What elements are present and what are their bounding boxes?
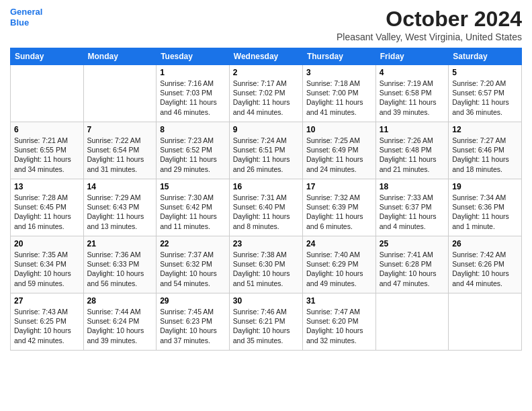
day-info: Sunrise: 7:36 AMSunset: 6:33 PMDaylight:… (87, 250, 153, 288)
day-info: Sunrise: 7:29 AMSunset: 6:43 PMDaylight:… (87, 193, 153, 231)
day-number: 19 (452, 182, 518, 191)
logo: General Blue (10, 7, 42, 28)
calendar-cell: 11Sunrise: 7:26 AMSunset: 6:48 PMDayligh… (375, 122, 448, 179)
day-number: 7 (87, 125, 153, 134)
day-info: Sunrise: 7:20 AMSunset: 6:57 PMDaylight:… (452, 79, 518, 117)
col-header-friday: Friday (375, 48, 448, 65)
day-number: 4 (380, 68, 445, 77)
week-row-5: 27Sunrise: 7:43 AMSunset: 6:25 PMDayligh… (11, 293, 522, 351)
day-number: 2 (233, 68, 299, 77)
day-number: 31 (306, 296, 372, 306)
day-number: 28 (87, 296, 153, 306)
day-info: Sunrise: 7:18 AMSunset: 7:00 PMDaylight:… (306, 79, 372, 117)
location-subtitle: Pleasant Valley, West Virginia, United S… (337, 32, 522, 42)
day-info: Sunrise: 7:44 AMSunset: 6:24 PMDaylight:… (87, 307, 153, 345)
day-info: Sunrise: 7:21 AMSunset: 6:55 PMDaylight:… (14, 136, 80, 174)
calendar-cell: 24Sunrise: 7:40 AMSunset: 6:29 PMDayligh… (302, 236, 375, 293)
col-header-wednesday: Wednesday (229, 48, 302, 65)
calendar-cell: 16Sunrise: 7:31 AMSunset: 6:40 PMDayligh… (229, 179, 302, 236)
calendar-cell: 12Sunrise: 7:27 AMSunset: 6:46 PMDayligh… (449, 122, 522, 179)
day-info: Sunrise: 7:19 AMSunset: 6:58 PMDaylight:… (380, 79, 445, 117)
calendar-cell: 27Sunrise: 7:43 AMSunset: 6:25 PMDayligh… (11, 293, 84, 351)
calendar-cell: 28Sunrise: 7:44 AMSunset: 6:24 PMDayligh… (83, 293, 157, 351)
day-number: 17 (306, 182, 372, 191)
page-header: General Blue October 2024 Pleasant Valle… (10, 7, 522, 42)
day-number: 9 (233, 125, 299, 134)
day-info: Sunrise: 7:43 AMSunset: 6:25 PMDaylight:… (14, 307, 80, 345)
calendar-table: SundayMondayTuesdayWednesdayThursdayFrid… (10, 48, 522, 351)
calendar-cell: 23Sunrise: 7:38 AMSunset: 6:30 PMDayligh… (229, 236, 302, 293)
day-number: 11 (380, 125, 445, 134)
day-number: 5 (452, 68, 518, 77)
day-info: Sunrise: 7:40 AMSunset: 6:29 PMDaylight:… (306, 250, 372, 288)
day-info: Sunrise: 7:45 AMSunset: 6:23 PMDaylight:… (160, 307, 226, 345)
day-number: 8 (160, 125, 226, 134)
day-number: 15 (160, 182, 226, 191)
calendar-cell: 8Sunrise: 7:23 AMSunset: 6:52 PMDaylight… (157, 122, 230, 179)
day-number: 22 (160, 239, 226, 248)
day-number: 25 (380, 239, 445, 248)
calendar-cell: 18Sunrise: 7:33 AMSunset: 6:37 PMDayligh… (375, 179, 448, 236)
calendar-cell (449, 293, 522, 351)
col-header-saturday: Saturday (449, 48, 522, 65)
day-info: Sunrise: 7:35 AMSunset: 6:34 PMDaylight:… (14, 250, 80, 288)
day-info: Sunrise: 7:25 AMSunset: 6:49 PMDaylight:… (306, 136, 372, 174)
day-info: Sunrise: 7:42 AMSunset: 6:26 PMDaylight:… (452, 250, 518, 288)
day-number: 12 (452, 125, 518, 134)
day-number: 30 (233, 296, 299, 306)
calendar-cell: 6Sunrise: 7:21 AMSunset: 6:55 PMDaylight… (11, 122, 84, 179)
logo-general: General (10, 7, 42, 17)
day-info: Sunrise: 7:38 AMSunset: 6:30 PMDaylight:… (233, 250, 299, 288)
day-info: Sunrise: 7:46 AMSunset: 6:21 PMDaylight:… (233, 307, 299, 345)
day-info: Sunrise: 7:27 AMSunset: 6:46 PMDaylight:… (452, 136, 518, 174)
day-number: 10 (306, 125, 372, 134)
day-number: 24 (306, 239, 372, 248)
day-info: Sunrise: 7:41 AMSunset: 6:28 PMDaylight:… (380, 250, 445, 288)
day-info: Sunrise: 7:17 AMSunset: 7:02 PMDaylight:… (233, 79, 299, 117)
calendar-cell: 10Sunrise: 7:25 AMSunset: 6:49 PMDayligh… (302, 122, 375, 179)
day-info: Sunrise: 7:37 AMSunset: 6:32 PMDaylight:… (160, 250, 226, 288)
calendar-cell (11, 65, 84, 122)
day-number: 1 (160, 68, 226, 77)
day-info: Sunrise: 7:47 AMSunset: 6:20 PMDaylight:… (306, 307, 372, 345)
col-header-sunday: Sunday (11, 48, 84, 65)
calendar-cell: 14Sunrise: 7:29 AMSunset: 6:43 PMDayligh… (83, 179, 157, 236)
calendar-cell: 19Sunrise: 7:34 AMSunset: 6:36 PMDayligh… (449, 179, 522, 236)
calendar-cell: 20Sunrise: 7:35 AMSunset: 6:34 PMDayligh… (11, 236, 84, 293)
calendar-header-row: SundayMondayTuesdayWednesdayThursdayFrid… (11, 48, 522, 65)
day-number: 23 (233, 239, 299, 248)
calendar-cell (375, 293, 448, 351)
day-number: 20 (14, 239, 80, 248)
day-info: Sunrise: 7:33 AMSunset: 6:37 PMDaylight:… (380, 193, 445, 231)
day-number: 26 (452, 239, 518, 248)
day-number: 29 (160, 296, 226, 306)
calendar-cell: 26Sunrise: 7:42 AMSunset: 6:26 PMDayligh… (449, 236, 522, 293)
calendar-cell: 5Sunrise: 7:20 AMSunset: 6:57 PMDaylight… (449, 65, 522, 122)
day-info: Sunrise: 7:16 AMSunset: 7:03 PMDaylight:… (160, 79, 226, 117)
logo-blue: Blue (10, 17, 42, 28)
calendar-cell (83, 65, 157, 122)
week-row-4: 20Sunrise: 7:35 AMSunset: 6:34 PMDayligh… (11, 236, 522, 293)
day-info: Sunrise: 7:30 AMSunset: 6:42 PMDaylight:… (160, 193, 226, 231)
col-header-thursday: Thursday (302, 48, 375, 65)
col-header-monday: Monday (83, 48, 157, 65)
day-number: 16 (233, 182, 299, 191)
calendar-cell: 7Sunrise: 7:22 AMSunset: 6:54 PMDaylight… (83, 122, 157, 179)
title-block: October 2024 Pleasant Valley, West Virgi… (337, 7, 522, 42)
calendar-cell: 30Sunrise: 7:46 AMSunset: 6:21 PMDayligh… (229, 293, 302, 351)
day-info: Sunrise: 7:32 AMSunset: 6:39 PMDaylight:… (306, 193, 372, 231)
day-number: 21 (87, 239, 153, 248)
calendar-cell: 29Sunrise: 7:45 AMSunset: 6:23 PMDayligh… (157, 293, 230, 351)
calendar-cell: 17Sunrise: 7:32 AMSunset: 6:39 PMDayligh… (302, 179, 375, 236)
calendar-cell: 1Sunrise: 7:16 AMSunset: 7:03 PMDaylight… (157, 65, 230, 122)
calendar-cell: 2Sunrise: 7:17 AMSunset: 7:02 PMDaylight… (229, 65, 302, 122)
calendar-cell: 4Sunrise: 7:19 AMSunset: 6:58 PMDaylight… (375, 65, 448, 122)
day-number: 18 (380, 182, 445, 191)
day-info: Sunrise: 7:23 AMSunset: 6:52 PMDaylight:… (160, 136, 226, 174)
col-header-tuesday: Tuesday (157, 48, 230, 65)
calendar-cell: 31Sunrise: 7:47 AMSunset: 6:20 PMDayligh… (302, 293, 375, 351)
calendar-cell: 9Sunrise: 7:24 AMSunset: 6:51 PMDaylight… (229, 122, 302, 179)
day-info: Sunrise: 7:26 AMSunset: 6:48 PMDaylight:… (380, 136, 445, 174)
calendar-cell: 21Sunrise: 7:36 AMSunset: 6:33 PMDayligh… (83, 236, 157, 293)
week-row-1: 1Sunrise: 7:16 AMSunset: 7:03 PMDaylight… (11, 65, 522, 122)
